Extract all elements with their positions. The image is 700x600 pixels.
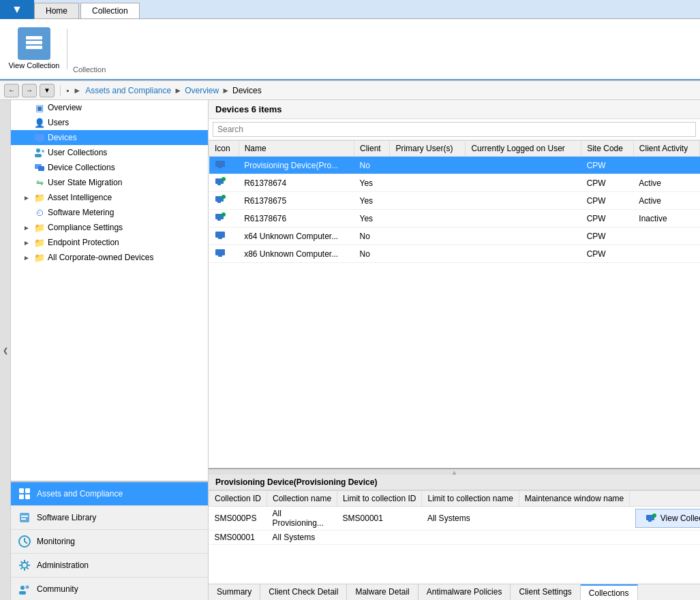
- sidebar-item-compliance-settings[interactable]: ► 📁 Compliance Settings: [11, 220, 208, 235]
- col-maintenance[interactable]: Maintenance window name: [519, 491, 629, 507]
- svg-rect-2: [26, 46, 42, 49]
- sidebar-item-software-metering[interactable]: ⏲ Software Metering: [11, 205, 208, 220]
- cell-site_code: CPW: [581, 245, 634, 263]
- cell-client: No: [354, 157, 390, 174]
- cell-primary_user: [390, 157, 466, 174]
- table-row[interactable]: R61378675YesCPWActive: [209, 192, 700, 210]
- table-row[interactable]: R61378676YesCPWInactive: [209, 210, 700, 227]
- table-row[interactable]: R61378674YesCPWActive: [209, 174, 700, 192]
- sidebar-item-device-collections[interactable]: Device Collections: [11, 160, 208, 175]
- breadcrumb-assets[interactable]: Assets and Compliance: [85, 86, 171, 95]
- view-collection-button[interactable]: View Collection: [635, 509, 700, 528]
- bottom-tab-client-check-detail[interactable]: Client Check Detail: [260, 584, 347, 600]
- col-limit_name: [422, 531, 519, 545]
- back-button[interactable]: ←: [4, 84, 19, 97]
- sidebar-item-user-state-migration[interactable]: ⇋ User State Migration: [11, 175, 208, 190]
- col-primary-user[interactable]: Primary User(s): [390, 141, 466, 157]
- col-client[interactable]: Client: [354, 141, 390, 157]
- bottom-tab-collections[interactable]: Collections: [581, 584, 638, 600]
- tab-collection[interactable]: Collection: [80, 3, 140, 18]
- nav-assets-compliance[interactable]: Assets and Compliance: [11, 481, 208, 505]
- cell-primary_user: [390, 245, 466, 263]
- sidebar-item-user-collections[interactable]: User Collections: [11, 145, 208, 160]
- svg-rect-22: [215, 161, 225, 167]
- breadcrumb-sep1: ►: [174, 86, 182, 95]
- col-collection-id[interactable]: Collection ID: [209, 491, 267, 507]
- cell-activity: [633, 245, 699, 263]
- svg-point-5: [36, 148, 40, 153]
- cell-name: R61378674: [239, 174, 354, 192]
- collection-row[interactable]: SMS000PSAll Provisioning...SMS00001All S…: [209, 507, 701, 531]
- col-limit-id[interactable]: Limit to collection ID: [337, 491, 422, 507]
- table-row[interactable]: x64 Unknown Computer...NoCPW: [209, 227, 700, 245]
- sidebar-item-asset-intelligence[interactable]: ► 📁 Asset Intelligence: [11, 190, 208, 205]
- dropdown-button[interactable]: ▼: [40, 84, 55, 97]
- breadcrumb: Assets and Compliance ► Overview ► Devic…: [85, 86, 262, 95]
- sidebar-item-devices[interactable]: Devices: [11, 130, 208, 145]
- col-client-activity[interactable]: Client Activity: [633, 141, 699, 157]
- svg-rect-11: [25, 488, 30, 493]
- col-window: [519, 507, 629, 531]
- col-limit-name[interactable]: Limit to collection name: [422, 491, 519, 507]
- col-limit_id: [337, 531, 422, 545]
- nav-monitoring[interactable]: Monitoring: [11, 529, 208, 553]
- svg-point-20: [26, 586, 29, 589]
- endpoint-folder-icon: 📁: [34, 237, 45, 248]
- svg-point-18: [22, 563, 27, 568]
- device-icon-cell: [209, 174, 239, 192]
- collection-row[interactable]: SMS00001All Systems: [209, 531, 701, 545]
- bottom-tab-summary[interactable]: Summary: [209, 584, 260, 600]
- cell-site_code: CPW: [581, 210, 634, 227]
- col-site-code[interactable]: Site Code: [581, 141, 634, 157]
- svg-point-26: [222, 177, 226, 181]
- tree-label-user-collections: User Collections: [48, 148, 107, 157]
- view-collection-btn-icon: [645, 513, 656, 524]
- tree-label-device-collections: Device Collections: [48, 163, 115, 172]
- col-name[interactable]: Name: [239, 141, 354, 157]
- ribbon-section-label: Collection: [73, 65, 106, 74]
- cell-client: Yes: [354, 192, 390, 210]
- admin-nav-icon: [18, 558, 31, 572]
- sidebar-item-users[interactable]: 👤 Users: [11, 115, 208, 130]
- sidebar-item-corp-devices[interactable]: ► 📁 All Corporate-owned Devices: [11, 250, 208, 265]
- asset-folder-icon: 📁: [34, 192, 45, 203]
- software-metering-icon: ⏲: [34, 207, 45, 218]
- cell-client: No: [354, 227, 390, 245]
- devices-tbody: Provisioning Device(Pro...NoCPWR61378674…: [209, 157, 700, 263]
- col-id: SMS000PS: [209, 507, 267, 531]
- devices-table: Icon Name Client Primary User(s) Current…: [209, 140, 700, 263]
- cell-client: Yes: [354, 210, 390, 227]
- search-input[interactable]: [213, 122, 696, 137]
- view-collection-ribbon-btn[interactable]: View Collection: [7, 27, 61, 70]
- bottom-tab-malware-detail[interactable]: Malware Detail: [347, 584, 418, 600]
- cell-client: Yes: [354, 174, 390, 192]
- view-collection-ribbon-icon: [18, 27, 50, 60]
- bottom-tab-client-settings[interactable]: Client Settings: [511, 584, 580, 600]
- cell-logged_on: [466, 157, 581, 174]
- sidebar-toggle[interactable]: ❮: [0, 100, 11, 600]
- table-row[interactable]: Provisioning Device(Pro...NoCPW: [209, 157, 700, 174]
- cell-logged_on: [466, 192, 581, 210]
- cell-primary_user: [390, 210, 466, 227]
- col-logged-on[interactable]: Currently Logged on User: [466, 141, 581, 157]
- sidebar-item-overview[interactable]: ▣ Overview: [11, 100, 208, 115]
- nav-software-library[interactable]: Software Library: [11, 505, 208, 529]
- nav-community[interactable]: Community: [11, 577, 208, 600]
- address-bar: ← → ▼ ▪ ► Assets and Compliance ► Overvi…: [0, 81, 700, 100]
- breadcrumb-overview[interactable]: Overview: [185, 86, 219, 95]
- col-collection-name[interactable]: Collection name: [267, 491, 337, 507]
- svg-rect-36: [218, 255, 222, 257]
- view-collection-ribbon-label: View Collection: [8, 61, 59, 70]
- collections-header-row: Collection ID Collection name Limit to c…: [209, 491, 701, 507]
- forward-button[interactable]: →: [22, 84, 37, 97]
- sidebar-nav: Assets and Compliance Software Library M…: [11, 481, 208, 600]
- col-icon[interactable]: Icon: [209, 141, 239, 157]
- sidebar-item-endpoint-protection[interactable]: ► 📁 Endpoint Protection: [11, 235, 208, 250]
- table-row[interactable]: x86 Unknown Computer...NoCPW: [209, 245, 700, 263]
- svg-point-39: [652, 514, 656, 518]
- tab-home[interactable]: Home: [34, 3, 79, 18]
- cell-primary_user: [390, 192, 466, 210]
- bottom-resize-handle[interactable]: ▲: [209, 469, 700, 475]
- bottom-tab-antimalware-policies[interactable]: Antimalware Policies: [419, 584, 511, 600]
- nav-administration[interactable]: Administration: [11, 553, 208, 577]
